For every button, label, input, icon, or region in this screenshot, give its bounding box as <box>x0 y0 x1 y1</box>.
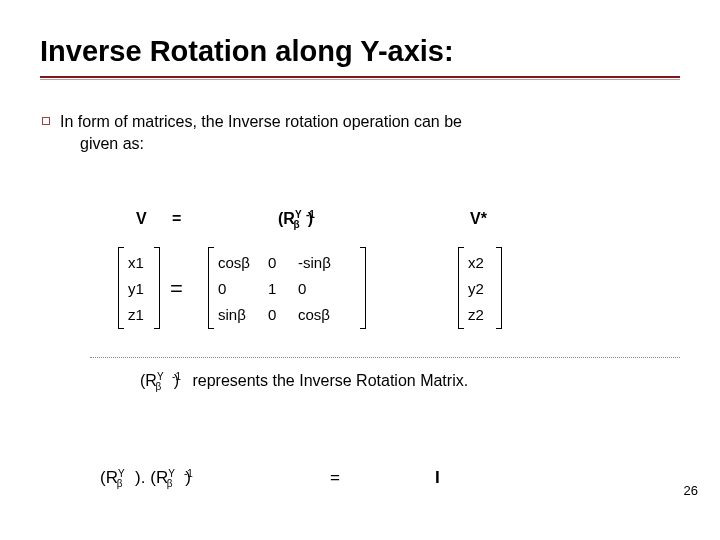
bracket-left-icon <box>458 247 464 329</box>
vector-vstar: x2 y2 z2 <box>468 250 484 328</box>
label-vstar: V* <box>470 210 487 228</box>
label-r-inverse: (RYβ)-1 <box>278 210 322 228</box>
note-text: (RYβ )-1 represents the Inverse Rotation… <box>140 372 468 390</box>
bracket-right-icon <box>360 247 366 329</box>
identity-rhs: I <box>435 468 440 488</box>
bracket-left-icon <box>118 247 124 329</box>
label-equals: = <box>172 210 181 228</box>
slide-title: Inverse Rotation along Y-axis: <box>40 35 680 68</box>
bullet-icon <box>42 117 50 125</box>
matrix-row: sinβ0cosβ <box>218 302 348 328</box>
title-rule <box>40 76 680 79</box>
divider-dotted <box>90 357 680 358</box>
vector-vstar-row: y2 <box>468 276 484 302</box>
page-number: 26 <box>684 483 698 498</box>
vector-v-row: y1 <box>128 276 144 302</box>
intro-line-2: given as: <box>42 133 680 155</box>
vector-vstar-row: z2 <box>468 302 484 328</box>
identity-lhs: (RYβ ). (RYβ )-1 <box>100 468 200 488</box>
vector-v: x1 y1 z1 <box>128 250 144 328</box>
vector-v-row: x1 <box>128 250 144 276</box>
vector-vstar-row: x2 <box>468 250 484 276</box>
matrix-row: cosβ0-sinβ <box>218 250 348 276</box>
big-equals: = <box>170 276 183 302</box>
bracket-right-icon <box>154 247 160 329</box>
rotation-matrix: cosβ0-sinβ 010 sinβ0cosβ <box>218 250 348 328</box>
intro-text: In form of matrices, the Inverse rotatio… <box>0 79 720 154</box>
matrix-row: 010 <box>218 276 348 302</box>
vector-v-row: z1 <box>128 302 144 328</box>
intro-line-1: In form of matrices, the Inverse rotatio… <box>60 111 462 133</box>
bracket-right-icon <box>496 247 502 329</box>
bracket-left-icon <box>208 247 214 329</box>
label-v: V <box>136 210 147 228</box>
identity-equals: = <box>330 468 340 488</box>
